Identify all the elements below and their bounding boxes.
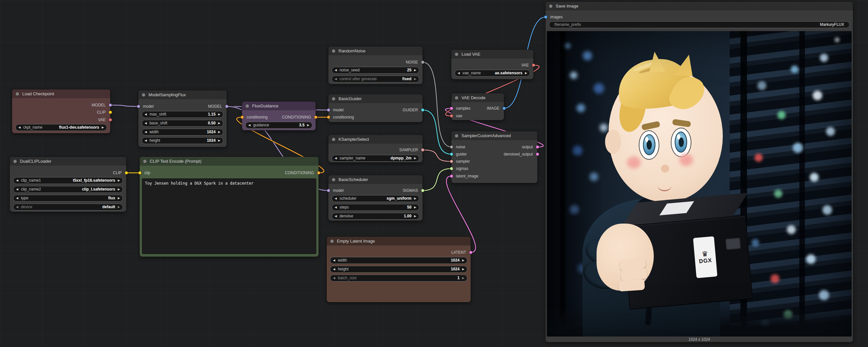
output-slot-sigmas[interactable]: SIGMAS xyxy=(403,187,423,194)
widget-batch_size[interactable]: ◀batch_size1▶ xyxy=(330,274,467,282)
input-slot-model[interactable]: model xyxy=(138,104,154,109)
widget-left-arrow-icon[interactable]: ◀ xyxy=(16,197,18,200)
widget-vae_name[interactable]: ◀vae_nameae.safetensors▶ xyxy=(455,70,530,77)
node-header[interactable]: Empty Latent Image xyxy=(327,237,471,245)
output-slot-dot[interactable] xyxy=(536,146,539,149)
comfyui-node-graph-canvas[interactable]: Load CheckpointMODELCLIPVAE◀ckpt_nameflu… xyxy=(0,0,868,347)
input-slot-conditioning[interactable]: conditioning xyxy=(242,114,268,120)
output-slot-dot[interactable] xyxy=(532,64,535,67)
node-empty-latent-image[interactable]: Empty Latent ImageLATENT◀width1024▶◀heig… xyxy=(327,237,471,302)
widget-right-arrow-icon[interactable]: ▶ xyxy=(525,72,527,75)
node-header[interactable]: RandomNoise xyxy=(328,47,423,55)
node-collapse-dot-icon[interactable] xyxy=(332,178,335,181)
prompt-textarea[interactable]: Toy Jensen holding a DGX Spark in a data… xyxy=(142,178,316,254)
output-slot-guider[interactable]: GUIDER xyxy=(403,107,423,113)
widget-ckpt_name[interactable]: ◀ckpt_nameflux1-dev.safetensors▶ xyxy=(16,124,107,131)
widget-denoise[interactable]: ◀denoise1.00▶ xyxy=(332,213,419,220)
widget-right-arrow-icon[interactable]: ▶ xyxy=(462,259,464,262)
output-slot-dot[interactable] xyxy=(503,107,506,110)
input-slot-dot[interactable] xyxy=(450,175,453,178)
input-slot-dot[interactable] xyxy=(327,116,330,119)
node-dual-clip-loader[interactable]: DualCLIPLoaderCLIP◀clip_name1t5xxl_fp16.… xyxy=(10,157,126,212)
node-header[interactable]: Save Image xyxy=(546,2,853,10)
widget-right-arrow-icon[interactable]: ▶ xyxy=(118,179,120,182)
widget-clip_name2[interactable]: ◀clip_name2clip_l.safetensors▶ xyxy=(13,186,123,193)
widget-base_shift[interactable]: ◀base_shift0.50▶ xyxy=(142,120,223,127)
widget-right-arrow-icon[interactable]: ▶ xyxy=(218,113,220,116)
output-slot-clip[interactable]: CLIP xyxy=(113,170,126,176)
node-header[interactable]: ModelSamplingFlux xyxy=(138,90,227,99)
input-slot-images[interactable]: images xyxy=(546,14,563,20)
node-collapse-dot-icon[interactable] xyxy=(246,105,249,108)
node-collapse-dot-icon[interactable] xyxy=(549,5,552,8)
output-slot-denoised_output[interactable]: denoised_output xyxy=(504,151,537,157)
output-slot-dot[interactable] xyxy=(109,118,112,121)
node-header[interactable]: CLIP Text Encode (Prompt) xyxy=(140,157,318,166)
output-slot-noise[interactable]: NOISE xyxy=(406,59,423,65)
input-slot-dot[interactable] xyxy=(450,160,453,163)
widget-right-arrow-icon[interactable]: ▶ xyxy=(414,197,416,200)
widget-left-arrow-icon[interactable]: ◀ xyxy=(335,206,337,209)
node-header[interactable]: BasicGuider xyxy=(328,94,423,103)
widget-left-arrow-icon[interactable]: ◀ xyxy=(16,206,18,208)
widget-left-arrow-icon[interactable]: ◀ xyxy=(458,72,460,75)
widget-filename_prefix[interactable]: filename_prefixMarkuryFLUX xyxy=(549,21,850,28)
output-slot-dot[interactable] xyxy=(109,111,112,114)
node-header[interactable]: Load VAE xyxy=(451,50,533,59)
output-slot-dot[interactable] xyxy=(421,109,424,112)
input-slot-dot[interactable] xyxy=(450,146,453,149)
node-collapse-dot-icon[interactable] xyxy=(455,53,458,56)
node-basic-guider[interactable]: BasicGuidermodelconditioningGUIDER xyxy=(328,94,423,122)
output-slot-dot[interactable] xyxy=(225,105,228,108)
input-slot-noise[interactable]: noise xyxy=(451,144,465,150)
output-slot-dot[interactable] xyxy=(317,172,320,174)
output-slot-output[interactable]: output xyxy=(522,144,537,150)
output-slot-sampler[interactable]: SAMPLER xyxy=(399,147,423,153)
widget-right-arrow-icon[interactable]: ▶ xyxy=(218,131,220,134)
node-collapse-dot-icon[interactable] xyxy=(142,93,145,96)
widget-right-arrow-icon[interactable]: ▶ xyxy=(462,277,464,280)
widget-right-arrow-icon[interactable]: ▶ xyxy=(414,69,416,72)
input-slot-dot[interactable] xyxy=(450,115,453,118)
widget-right-arrow-icon[interactable]: ▶ xyxy=(414,206,416,209)
widget-left-arrow-icon[interactable]: ◀ xyxy=(145,131,147,134)
node-random-noise[interactable]: RandomNoiseNOISE◀noise_seed25▶◀control a… xyxy=(328,47,423,84)
node-collapse-dot-icon[interactable] xyxy=(16,92,19,95)
node-load-checkpoint[interactable]: Load CheckpointMODELCLIPVAE◀ckpt_nameflu… xyxy=(12,89,110,133)
node-save-image[interactable]: Save Imageimagesfilename_prefixMarkuryFL… xyxy=(546,2,853,342)
node-header[interactable]: BasicScheduler xyxy=(328,175,423,184)
node-header[interactable]: FluxGuidance xyxy=(242,102,316,110)
node-sampler-custom-advanced[interactable]: SamplerCustomAdvancednoiseguidersamplers… xyxy=(451,131,537,183)
node-ksampler-select[interactable]: KSamplerSelectSAMPLER◀sampler_namedpmpp_… xyxy=(328,135,423,162)
node-collapse-dot-icon[interactable] xyxy=(455,134,458,138)
widget-device[interactable]: ◀devicedefault▶ xyxy=(13,204,123,210)
widget-left-arrow-icon[interactable]: ◀ xyxy=(335,78,337,81)
widget-height[interactable]: ◀height1024▶ xyxy=(142,137,223,144)
output-slot-dot[interactable] xyxy=(125,172,128,174)
widget-right-arrow-icon[interactable]: ▶ xyxy=(414,157,416,160)
output-slot-model[interactable]: MODEL xyxy=(208,104,227,109)
widget-right-arrow-icon[interactable]: ▶ xyxy=(118,197,120,200)
node-basic-scheduler[interactable]: BasicSchedulermodelSIGMAS◀schedulersgm_u… xyxy=(328,175,423,221)
widget-width[interactable]: ◀width1024▶ xyxy=(330,257,467,264)
widget-left-arrow-icon[interactable]: ◀ xyxy=(145,122,147,125)
node-collapse-dot-icon[interactable] xyxy=(332,138,335,141)
link-wire-sampler[interactable] xyxy=(423,150,451,162)
input-slot-latent_image[interactable]: latent_image xyxy=(451,173,478,179)
input-slot-guider[interactable]: guider xyxy=(451,151,467,157)
input-slot-dot[interactable] xyxy=(138,172,141,174)
widget-left-arrow-icon[interactable]: ◀ xyxy=(333,259,335,262)
node-collapse-dot-icon[interactable] xyxy=(330,240,334,243)
widget-guidance[interactable]: ◀guidance3.5▶ xyxy=(245,122,312,129)
widget-left-arrow-icon[interactable]: ◀ xyxy=(333,268,335,271)
node-header[interactable]: Load Checkpoint xyxy=(12,89,110,98)
widget-control-after-generate[interactable]: ◀control after generatefixed▶ xyxy=(332,76,419,83)
widget-sampler_name[interactable]: ◀sampler_namedpmpp_2m▶ xyxy=(332,155,419,162)
widget-left-arrow-icon[interactable]: ◀ xyxy=(16,179,18,182)
widget-left-arrow-icon[interactable]: ◀ xyxy=(335,69,337,72)
output-slot-dot[interactable] xyxy=(469,251,472,254)
output-slot-dot[interactable] xyxy=(421,149,424,151)
output-slot-dot[interactable] xyxy=(314,116,317,119)
widget-right-arrow-icon[interactable]: ▶ xyxy=(414,78,416,81)
input-slot-dot[interactable] xyxy=(137,105,140,108)
